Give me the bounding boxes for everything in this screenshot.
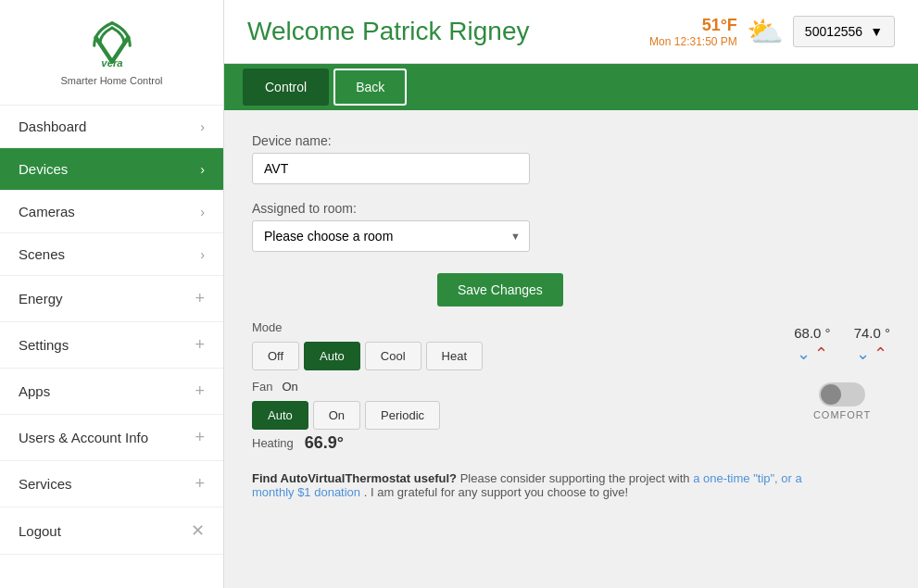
toggle-knob [821,384,841,405]
room-group: Assigned to room: Please choose a room [252,201,890,252]
plus-icon: + [195,335,205,355]
temp-control-1: 68.0 ° ⌄ ⌃ [794,325,830,364]
sidebar-label-dashboard: Dashboard [19,119,86,134]
comfort-label: COMFORT [813,409,871,420]
sidebar-label-cameras: Cameras [19,204,75,219]
temp-section: 68.0 ° ⌄ ⌃ 74.0 ° ⌄ ⌃ [794,325,890,364]
temp2-up-arrow-icon[interactable]: ⌃ [874,344,887,364]
sidebar-item-users-account[interactable]: Users & Account Info + [0,415,223,461]
sidebar-logo: vera Smarter Home Control [0,0,223,106]
mode-heat-button[interactable]: Heat [426,342,483,370]
sidebar-label-users-account: Users & Account Info [19,430,148,445]
fan-buttons: Auto On Periodic [252,401,757,430]
svg-text:vera: vera [101,57,122,69]
heating-value: 66.9° [305,433,344,453]
dropdown-arrow-icon: ▼ [870,24,883,39]
temperature-display: 51°F [649,16,737,35]
temp-control-2: 74.0 ° ⌄ ⌃ [854,325,890,364]
temp2-value: 74.0 ° [854,325,890,341]
sidebar-item-devices[interactable]: Devices › [0,148,223,191]
room-select[interactable]: Please choose a room [252,220,530,252]
sidebar-label-apps: Apps [19,383,50,399]
temp1-up-arrow-icon[interactable]: ⌃ [814,344,828,364]
sidebar-tagline: Smarter Home Control [60,75,162,86]
datetime-display: Mon 12:31:50 PM [649,35,737,48]
comfort-section: COMFORT [813,382,871,420]
sidebar-label-devices: Devices [19,161,68,177]
sidebar-item-apps[interactable]: Apps + [0,369,223,415]
comfort-toggle[interactable] [819,382,865,407]
control-button[interactable]: Control [243,69,329,106]
mode-label: Mode [252,320,757,334]
device-id-label: 50012556 [805,24,862,39]
vera-logo-icon: vera [80,19,145,69]
mode-buttons: Off Auto Cool Heat [252,342,757,370]
temp1-down-arrow-icon[interactable]: ⌄ [797,344,811,364]
page-header: Welcome Patrick Rigney 51°F Mon 12:31:50… [224,0,918,64]
sidebar-item-energy[interactable]: Energy + [0,276,223,322]
plus-icon: + [195,474,205,494]
mode-auto-button[interactable]: Auto [304,342,360,370]
heating-row: Heating 66.9° [252,433,757,453]
plus-icon: + [195,382,205,401]
content-area: Device name: Assigned to room: Please ch… [224,110,918,588]
sidebar-item-dashboard[interactable]: Dashboard › [0,106,223,148]
sidebar-label-energy: Energy [19,291,63,307]
fan-periodic-button[interactable]: Periodic [365,401,440,430]
header-right: 51°F Mon 12:31:50 PM ⛅ 50012556 ▼ [649,14,895,49]
chevron-right-icon: › [200,205,205,219]
temp1-value: 68.0 ° [794,325,830,341]
footer-bold-text: Find AutoVirtualThermostat useful? [252,471,457,485]
sidebar-label-scenes: Scenes [19,246,65,262]
back-button[interactable]: Back [333,69,407,106]
fan-auto-button[interactable]: Auto [252,401,308,430]
device-name-label: Device name: [252,133,890,148]
device-name-input[interactable] [252,153,530,184]
weather-icon: ⛅ [747,14,784,49]
temp1-arrows: ⌄ ⌃ [797,344,828,364]
footer-end-text: . I am grateful for any support you choo… [364,485,628,499]
plus-icon: + [195,289,205,308]
heating-label: Heating [252,436,294,450]
mode-section: Mode Off Auto Cool Heat Fan On Auto On P… [252,320,757,453]
nav-bar: Control Back [224,64,918,110]
sidebar-item-settings[interactable]: Settings + [0,322,223,369]
footer-note: Find AutoVirtualThermostat useful? Pleas… [252,471,826,499]
sidebar-label-logout: Logout [19,523,61,539]
sidebar-item-cameras[interactable]: Cameras › [0,191,223,233]
room-select-wrapper: Please choose a room [252,220,530,252]
mode-off-button[interactable]: Off [252,342,299,370]
sidebar-label-settings: Settings [19,337,69,353]
fan-label: Fan [252,380,272,394]
thermostat-section: Mode Off Auto Cool Heat Fan On Auto On P… [252,320,890,453]
chevron-right-icon: › [200,162,205,177]
device-name-group: Device name: [252,133,890,184]
fan-row: Fan On [252,380,757,394]
temp2-down-arrow-icon[interactable]: ⌄ [856,344,870,364]
chevron-right-icon: › [200,247,205,262]
chevron-right-icon: › [200,119,205,134]
temp2-arrows: ⌄ ⌃ [856,344,887,364]
sidebar-label-services: Services [19,476,72,492]
plus-icon: + [195,428,205,447]
welcome-message: Welcome Patrick Rigney [247,17,529,46]
fan-status: On [282,380,297,394]
save-changes-button[interactable]: Save Changes [437,273,563,307]
sidebar: vera Smarter Home Control Dashboard › De… [0,0,224,588]
sidebar-item-scenes[interactable]: Scenes › [0,233,223,276]
fan-on-button[interactable]: On [313,401,360,430]
sidebar-item-services[interactable]: Services + [0,461,223,507]
room-label: Assigned to room: [252,201,890,216]
weather-info: 51°F Mon 12:31:50 PM [649,16,737,48]
footer-normal-text: Please consider supporting the project w… [460,471,693,485]
mode-cool-button[interactable]: Cool [365,342,421,370]
temp-controls: 68.0 ° ⌄ ⌃ 74.0 ° ⌄ ⌃ [794,320,890,420]
device-selector[interactable]: 50012556 ▼ [793,16,895,47]
sidebar-item-logout[interactable]: Logout ✕ [0,507,223,555]
main-content: Welcome Patrick Rigney 51°F Mon 12:31:50… [224,0,918,588]
times-icon: ✕ [191,520,205,541]
